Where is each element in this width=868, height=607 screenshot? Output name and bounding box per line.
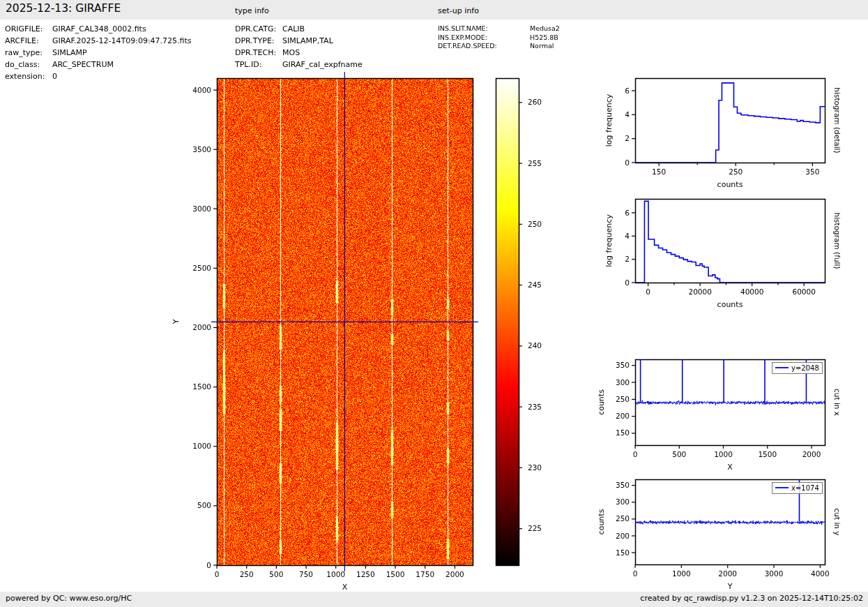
type-info-row: DPR.TYPE:SIMLAMP,TAL — [235, 35, 363, 47]
footer-bar: powered by QC: www.eso.org/HC created by… — [0, 592, 868, 607]
field-label: DPR.CATG: — [235, 23, 282, 35]
footer-powered-by: powered by QC: www.eso.org/HC — [6, 594, 132, 603]
field-label: ARCFILE: — [5, 35, 52, 47]
setup-info-heading: set-up info — [438, 6, 479, 15]
field-value: GIRAF_cal_expfname — [282, 59, 363, 70]
setup-info-row: INS.EXP.MODE:H525.8B — [438, 33, 560, 43]
type-info-row: TPL.ID:GIRAF_cal_expfname — [235, 59, 363, 70]
field-value: MOS — [282, 47, 300, 59]
field-label: extension: — [5, 70, 52, 82]
field-label: DET.READ.SPEED: — [438, 42, 530, 51]
setup-info-block: INS.SLIT.NAME:Medusa2 INS.EXP.MODE:H525.… — [438, 24, 560, 51]
file-info-row: extension:0 — [5, 70, 192, 82]
field-value: 0 — [52, 70, 57, 82]
file-info-row: ORIGFILE:GIRAF_CAL348_0002.fits — [5, 23, 192, 35]
field-value: GIRAF_CAL348_0002.fits — [52, 23, 146, 35]
type-info-row: DPR.CATG:CALIB — [235, 23, 363, 35]
field-value: CALIB — [282, 23, 305, 35]
field-value: Normal — [530, 42, 554, 51]
setup-info-row: INS.SLIT.NAME:Medusa2 — [438, 24, 560, 33]
file-info-row: do_class:ARC_SPECTRUM — [5, 59, 192, 70]
type-info-row: DPR.TECH:MOS — [235, 47, 363, 59]
type-info-block: DPR.CATG:CALIB DPR.TYPE:SIMLAMP,TAL DPR.… — [235, 23, 363, 70]
field-label: DPR.TYPE: — [235, 35, 282, 47]
file-info-row: ARCFILE:GIRAF.2025-12-14T09:09:47.725.fi… — [5, 35, 192, 47]
footer-created-by: created by qc_rawdisp.py v1.2.3 on 2025-… — [640, 594, 863, 603]
field-label: INS.SLIT.NAME: — [438, 24, 530, 33]
header-bar: 2025-12-13: GIRAFFE type info set-up inf… — [0, 0, 868, 20]
type-info-heading: type info — [235, 6, 269, 15]
field-value: SIMLAMP — [52, 47, 87, 59]
field-label: ORIGFILE: — [5, 23, 52, 35]
plots-canvas — [0, 0, 868, 607]
field-value: SIMLAMP,TAL — [282, 35, 333, 47]
field-label: DPR.TECH: — [235, 47, 282, 59]
field-value: ARC_SPECTRUM — [52, 59, 114, 70]
field-label: INS.EXP.MODE: — [438, 33, 530, 43]
file-info-row: raw_type:SIMLAMP — [5, 47, 192, 59]
setup-info-row: DET.READ.SPEED:Normal — [438, 42, 560, 51]
field-label: do_class: — [5, 59, 52, 70]
field-label: TPL.ID: — [235, 59, 282, 70]
field-value: Medusa2 — [530, 24, 560, 33]
field-label: raw_type: — [5, 47, 52, 59]
qc-report-page: 2025-12-13: GIRAFFE type info set-up inf… — [0, 0, 868, 607]
field-value: GIRAF.2025-12-14T09:09:47.725.fits — [52, 35, 192, 47]
page-title: 2025-12-13: GIRAFFE — [6, 2, 121, 15]
field-value: H525.8B — [530, 33, 558, 43]
file-info-block: ORIGFILE:GIRAF_CAL348_0002.fits ARCFILE:… — [5, 23, 192, 82]
